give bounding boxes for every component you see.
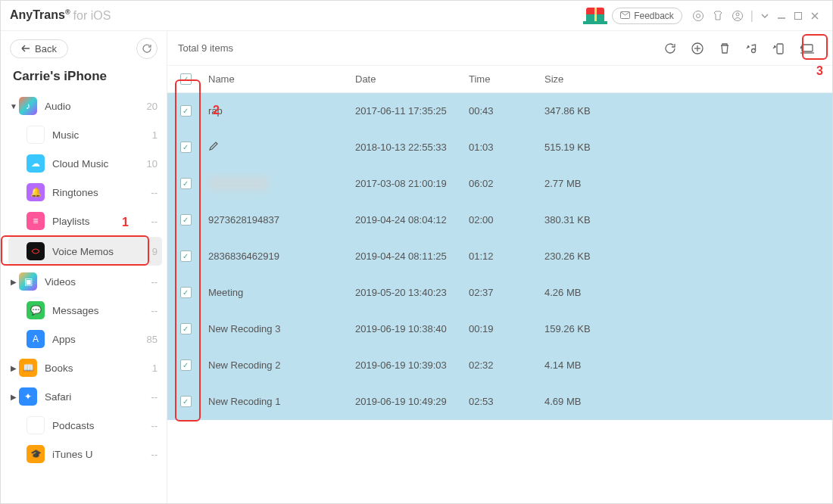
table-row[interactable]: ✓28368364629192019-04-24 08:11:2501:1223… bbox=[167, 238, 832, 275]
sidebar-item-cloud-music[interactable]: ☁ Cloud Music 10 bbox=[8, 149, 162, 178]
sidebar-item-label: Ringtones bbox=[52, 187, 151, 198]
sidebar-refresh-button[interactable] bbox=[136, 38, 158, 59]
sidebar-item-safari[interactable]: ▶ ✦ Safari -- bbox=[8, 382, 162, 411]
brand-sup: ® bbox=[65, 8, 70, 16]
refresh-icon bbox=[142, 43, 152, 54]
svg-point-1 bbox=[693, 11, 703, 20]
svg-rect-6 bbox=[795, 12, 802, 19]
table-row[interactable]: ✓New Recoding 32019-06-19 10:38:4000:191… bbox=[167, 311, 832, 347]
row-name: New Recoding 1 bbox=[208, 396, 280, 407]
apps-icon: A bbox=[27, 330, 45, 348]
sidebar-item-count: -- bbox=[151, 391, 158, 403]
shirt-icon[interactable] bbox=[712, 10, 724, 22]
row-checkbox[interactable]: ✓ bbox=[180, 359, 192, 371]
to-device-button[interactable] bbox=[772, 42, 786, 55]
sidebar-item-itunes-u[interactable]: 🎓 iTunes U -- bbox=[8, 440, 162, 468]
to-computer-button[interactable] bbox=[800, 42, 815, 55]
sidebar-item-count: -- bbox=[151, 216, 158, 227]
row-checkbox[interactable]: ✓ bbox=[180, 178, 192, 189]
messages-icon: 💬 bbox=[27, 301, 45, 319]
account-icon[interactable] bbox=[732, 10, 744, 22]
column-time[interactable]: Time bbox=[469, 73, 544, 85]
gift-icon[interactable] bbox=[586, 8, 604, 24]
table-row[interactable]: ✓Meeting2019-05-20 13:40:2302:374.26 MB bbox=[167, 275, 832, 311]
sidebar-item-messages[interactable]: 💬 Messages -- bbox=[8, 296, 162, 325]
table-row[interactable]: ✓New Recoding 22019-06-19 10:39:0302:324… bbox=[167, 347, 832, 384]
refresh-button[interactable] bbox=[663, 42, 677, 55]
sidebar-item-label: Podcasts bbox=[52, 420, 151, 431]
sidebar-item-books[interactable]: ▶ 📖 Books 1 bbox=[8, 353, 162, 382]
row-date: 2017-03-08 21:00:19 bbox=[355, 178, 469, 189]
feedback-button[interactable]: Feedback bbox=[612, 8, 682, 24]
row-date: 2019-05-20 13:40:23 bbox=[355, 287, 469, 298]
sidebar-item-count: 1 bbox=[152, 362, 158, 374]
table-row[interactable]: ✓hidden2017-03-08 21:00:1906:022.77 MB bbox=[167, 166, 832, 202]
table-row[interactable]: ✓92736281948372019-04-24 08:04:1202:0038… bbox=[167, 202, 832, 238]
row-checkbox[interactable]: ✓ bbox=[180, 287, 192, 298]
add-button[interactable] bbox=[691, 42, 704, 55]
sidebar-item-apps[interactable]: A Apps 85 bbox=[8, 325, 162, 353]
svg-rect-14 bbox=[802, 45, 813, 51]
sidebar-item-videos[interactable]: ▶ ▣ Videos -- bbox=[8, 267, 162, 296]
back-label: Back bbox=[35, 43, 57, 54]
column-name[interactable]: Name bbox=[204, 73, 355, 85]
to-itunes-button[interactable] bbox=[745, 42, 759, 55]
row-size: 347.86 KB bbox=[544, 105, 635, 117]
row-time: 02:32 bbox=[469, 359, 544, 371]
app-brand: AnyTrans® bbox=[10, 8, 70, 22]
row-date: 2017-06-11 17:35:25 bbox=[355, 105, 469, 117]
back-button[interactable]: Back bbox=[10, 39, 68, 58]
sidebar-item-audio[interactable]: ▼ ♪ Audio 20 bbox=[8, 92, 162, 120]
table-header: ✓ Name Date Time Size bbox=[167, 66, 832, 93]
support-icon[interactable] bbox=[692, 10, 704, 22]
row-time: 06:02 bbox=[469, 178, 544, 189]
row-date: 2019-04-24 08:04:12 bbox=[355, 214, 469, 226]
device-name: Carrie's iPhone bbox=[1, 66, 167, 92]
sidebar-item-podcasts[interactable]: ⌾ Podcasts -- bbox=[8, 411, 162, 440]
sidebar-item-count: 9 bbox=[152, 246, 158, 257]
row-name: rap bbox=[208, 105, 223, 117]
sidebar-item-voice-memos[interactable]: Voice Memos 9 bbox=[8, 237, 162, 266]
svg-point-12 bbox=[752, 48, 756, 52]
sidebar-item-count: 85 bbox=[147, 334, 158, 345]
minimize-icon[interactable] bbox=[777, 11, 786, 20]
sidebar-item-count: 10 bbox=[147, 158, 158, 170]
sidebar-item-label: Apps bbox=[52, 334, 147, 345]
sidebar-item-music[interactable]: ♪ Music 1 bbox=[8, 120, 162, 149]
audio-icon: ♪ bbox=[19, 97, 37, 115]
table-row[interactable]: ✓2018-10-13 22:55:3301:03515.19 KB bbox=[167, 129, 832, 166]
header-checkbox[interactable]: ✓ bbox=[180, 73, 192, 85]
row-checkbox[interactable]: ✓ bbox=[180, 323, 192, 334]
sidebar-item-label: iTunes U bbox=[52, 449, 151, 460]
row-time: 00:19 bbox=[469, 323, 544, 334]
safari-icon: ✦ bbox=[19, 387, 37, 406]
svg-point-2 bbox=[696, 14, 700, 17]
close-icon[interactable] bbox=[810, 11, 819, 20]
chevron-down-icon[interactable] bbox=[760, 11, 769, 20]
row-checkbox[interactable]: ✓ bbox=[180, 105, 192, 117]
sidebar-item-count: 1 bbox=[152, 129, 158, 141]
row-checkbox[interactable]: ✓ bbox=[180, 214, 192, 226]
row-checkbox[interactable]: ✓ bbox=[180, 142, 192, 153]
sidebar-item-count: -- bbox=[151, 276, 158, 288]
feedback-label: Feedback bbox=[634, 11, 674, 21]
sidebar-item-ringtones[interactable]: 🔔 Ringtones -- bbox=[8, 178, 162, 207]
sidebar-item-count: -- bbox=[151, 449, 158, 460]
row-checkbox[interactable]: ✓ bbox=[180, 250, 192, 262]
sidebar-item-playlists[interactable]: ≡ Playlists -- bbox=[8, 207, 162, 235]
sidebar-item-label: Messages bbox=[52, 305, 151, 316]
music-icon: ♪ bbox=[27, 126, 45, 144]
svg-point-4 bbox=[736, 13, 739, 16]
toolbar: Total 9 items bbox=[167, 31, 832, 66]
maximize-icon[interactable] bbox=[794, 11, 803, 20]
column-date[interactable]: Date bbox=[355, 73, 469, 85]
column-size[interactable]: Size bbox=[544, 73, 635, 85]
delete-button[interactable] bbox=[718, 42, 732, 55]
row-checkbox[interactable]: ✓ bbox=[180, 396, 192, 407]
table-row[interactable]: ✓New Recoding 12019-06-19 10:49:2902:534… bbox=[167, 384, 832, 420]
caret-right-icon: ▶ bbox=[8, 278, 19, 286]
video-icon: ▣ bbox=[19, 272, 37, 291]
sidebar-item-label: Safari bbox=[45, 391, 151, 403]
table-row[interactable]: ✓rap2017-06-11 17:35:2500:43347.86 KB bbox=[167, 93, 832, 129]
sidebar-item-label: Playlists bbox=[52, 216, 151, 227]
